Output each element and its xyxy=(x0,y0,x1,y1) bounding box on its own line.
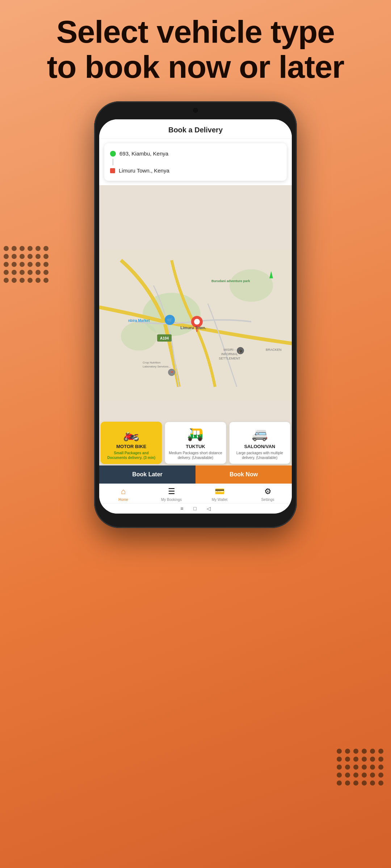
origin-text: 693, Kiambu, Kenya xyxy=(119,150,168,157)
app-header: Book a Delivery xyxy=(99,119,292,139)
svg-text:BRACKEN: BRACKEN xyxy=(266,348,282,352)
bookings-label: My Bookings xyxy=(161,498,182,502)
vehicle-card-saloonvan[interactable]: 🚐 SALOON/VAN Large packages with multipl… xyxy=(229,422,290,464)
nav-item-settings[interactable]: ⚙ Settings xyxy=(244,487,292,502)
system-nav-bar: ≡ □ ◁ xyxy=(99,503,292,514)
motorbike-desc: Small Packages and Documents delivery. (… xyxy=(104,451,159,460)
svg-point-7 xyxy=(194,319,200,325)
tuktuk-desc: Medium Packages short distance delivery.… xyxy=(168,451,223,460)
tuktuk-name: TUKTUK xyxy=(168,444,223,449)
nav-item-home[interactable]: ⌂ Home xyxy=(99,487,147,502)
action-buttons: Book Later Book Now xyxy=(99,465,292,484)
wallet-icon: 💳 xyxy=(215,487,224,496)
hero-headline: Select vehicle type to book now or later xyxy=(0,14,391,85)
book-now-button[interactable]: Book Now xyxy=(196,465,292,484)
svg-text:Laboratory Services...: Laboratory Services... xyxy=(143,365,171,368)
home-label: Home xyxy=(118,498,128,502)
settings-icon: ⚙ xyxy=(264,487,272,496)
vehicle-card-motorbike[interactable]: 🏍️ MOTOR BIKE Small Packages and Documen… xyxy=(101,422,162,464)
destination-text: Limuru Town., Kenya xyxy=(119,167,169,174)
system-menu-icon: ≡ xyxy=(180,506,183,511)
svg-text:A104: A104 xyxy=(160,336,169,340)
book-later-button[interactable]: Book Later xyxy=(99,465,196,484)
svg-point-3 xyxy=(230,269,273,302)
wallet-label: My Wallet xyxy=(212,498,228,502)
route-line xyxy=(113,159,113,165)
tuktuk-icon: 🛺 xyxy=(168,426,223,442)
phone-frame: Book a Delivery 693, Kiambu, Kenya Limur… xyxy=(94,101,297,528)
svg-text:Limuru Town.: Limuru Town. xyxy=(180,326,206,330)
phone-camera xyxy=(193,108,198,113)
origin-dot xyxy=(110,151,116,157)
svg-text:Crop Nutrition: Crop Nutrition xyxy=(143,361,160,364)
settings-label: Settings xyxy=(261,498,274,502)
decorative-dots-left xyxy=(4,246,47,289)
location-card[interactable]: 693, Kiambu, Kenya Limuru Town., Kenya xyxy=(104,143,287,181)
svg-text:Burudani adventure park: Burudani adventure park xyxy=(211,279,251,283)
decorative-dots-right xyxy=(337,749,384,796)
motorbike-name: MOTOR BIKE xyxy=(104,444,159,449)
bookings-icon: ☰ xyxy=(168,487,175,496)
svg-text:INFORMAL: INFORMAL xyxy=(221,352,238,356)
phone-screen: Book a Delivery 693, Kiambu, Kenya Limur… xyxy=(99,119,292,514)
saloonvan-name: SALOON/VAN xyxy=(232,444,287,449)
vehicle-cards: 🏍️ MOTOR BIKE Small Packages and Documen… xyxy=(99,420,292,465)
svg-text:MISIRI -: MISIRI - xyxy=(224,348,236,352)
app-title: Book a Delivery xyxy=(168,126,223,134)
origin-row: 693, Kiambu, Kenya xyxy=(110,148,281,159)
svg-text:SETTLEMENT: SETTLEMENT xyxy=(219,357,240,360)
nav-item-wallet[interactable]: 💳 My Wallet xyxy=(196,487,244,502)
bottom-nav: ⌂ Home ☰ My Bookings 💳 My Wallet ⚙ Setti… xyxy=(99,484,292,503)
svg-text:🎓: 🎓 xyxy=(239,349,243,353)
svg-text:📍: 📍 xyxy=(170,371,174,375)
home-icon: ⌂ xyxy=(121,487,126,496)
destination-dot xyxy=(110,168,115,173)
vehicle-card-tuktuk[interactable]: 🛺 TUKTUK Medium Packages short distance … xyxy=(165,422,226,464)
saloonvan-icon: 🚐 xyxy=(232,426,287,442)
system-home-icon: □ xyxy=(193,506,196,511)
nav-item-bookings[interactable]: ☰ My Bookings xyxy=(147,487,196,502)
map-area[interactable]: A104 🛒 Burudani adventure park Limuru To… xyxy=(99,185,292,465)
svg-text:nbira Market: nbira Market xyxy=(128,319,150,323)
svg-text:🛒: 🛒 xyxy=(167,317,173,323)
motorbike-icon: 🏍️ xyxy=(104,426,159,442)
saloonvan-desc: Large packages with multiple delivery. (… xyxy=(232,451,287,460)
destination-row: Limuru Town., Kenya xyxy=(110,165,281,176)
svg-point-2 xyxy=(121,322,157,351)
system-back-icon: ◁ xyxy=(207,506,211,511)
